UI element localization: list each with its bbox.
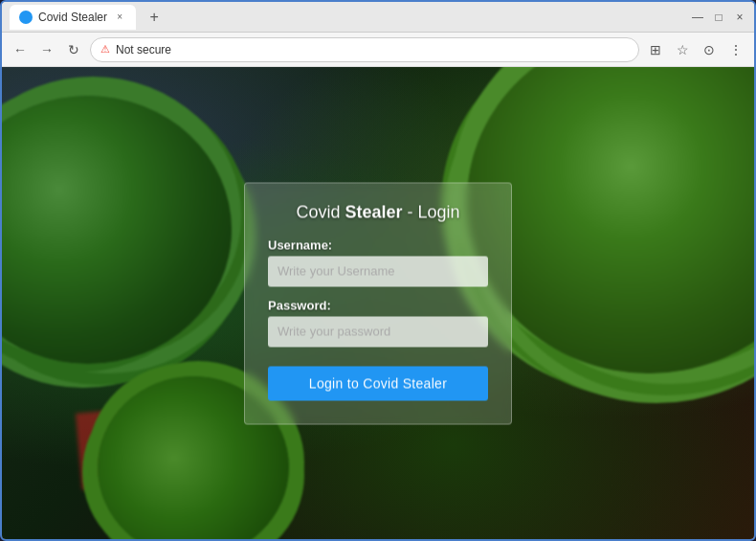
page-content: Covid Stealer - Login Username: Password…	[2, 67, 754, 539]
address-input[interactable]: ⚠ Not secure	[90, 37, 639, 62]
new-tab-button[interactable]: +	[142, 5, 167, 30]
password-group: Password:	[268, 298, 488, 347]
reload-button[interactable]: ↻	[63, 39, 84, 60]
maximize-button[interactable]: □	[712, 11, 725, 24]
username-label: Username:	[268, 237, 488, 252]
forward-button[interactable]: →	[36, 39, 57, 60]
security-label: Not secure	[116, 43, 171, 56]
bookmark-icon[interactable]: ☆	[672, 39, 693, 60]
title-bar-left: Covid Stealer × +	[10, 5, 167, 30]
back-button[interactable]: ←	[10, 39, 31, 60]
password-label: Password:	[268, 298, 488, 312]
tab-close-button[interactable]: ×	[113, 11, 126, 24]
security-warning-icon: ⚠	[100, 43, 110, 56]
username-group: Username:	[268, 237, 488, 286]
login-title-suffix: - Login	[403, 202, 460, 221]
login-container: Covid Stealer - Login Username: Password…	[244, 182, 512, 424]
tab-favicon	[19, 11, 33, 24]
username-input[interactable]	[268, 256, 488, 286]
login-title: Covid Stealer - Login	[268, 202, 488, 222]
account-icon[interactable]: ⊙	[699, 39, 720, 60]
minimize-button[interactable]: —	[691, 11, 704, 24]
menu-icon[interactable]: ⋮	[725, 39, 746, 60]
login-title-bold: Stealer	[345, 202, 402, 221]
password-input[interactable]	[268, 316, 488, 347]
title-bar: Covid Stealer × + — □ ×	[2, 2, 754, 33]
address-bar: ← → ↻ ⚠ Not secure ⊞ ☆ ⊙ ⋮	[2, 33, 754, 67]
login-button[interactable]: Login to Covid Stealer	[268, 366, 488, 400]
browser-window: Covid Stealer × + — □ × ←	[0, 0, 756, 541]
toolbar-icons: ⊞ ☆ ⊙ ⋮	[645, 39, 746, 60]
login-title-regular: Covid	[296, 202, 345, 221]
translate-icon[interactable]: ⊞	[645, 39, 666, 60]
title-bar-controls: — □ ×	[691, 11, 746, 24]
close-window-button[interactable]: ×	[733, 11, 746, 24]
browser-tab[interactable]: Covid Stealer ×	[10, 5, 136, 30]
tab-title: Covid Stealer	[38, 11, 107, 24]
